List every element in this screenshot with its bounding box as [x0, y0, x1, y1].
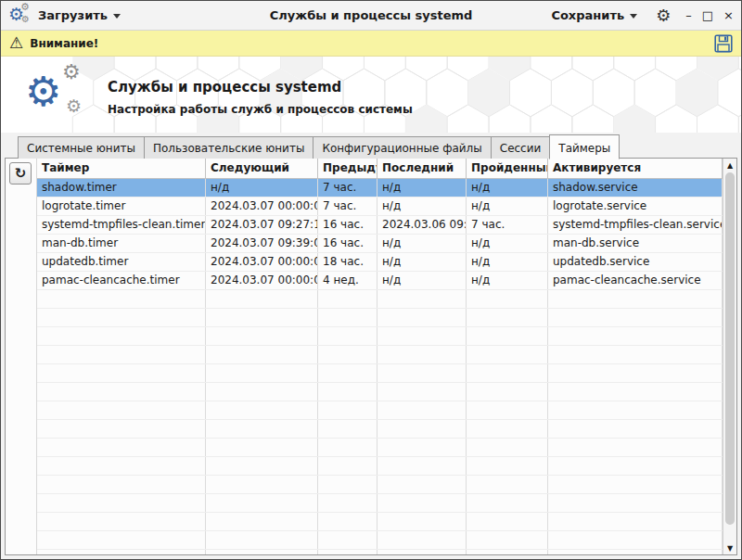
- table-cell-empty: [318, 309, 377, 326]
- titlebar: ⚙ ⚙ ⚙ Загрузить Службы и процессы system…: [1, 1, 741, 31]
- table-empty-row: [37, 476, 723, 494]
- table-cell: 7 час.: [467, 216, 548, 234]
- table-cell-empty: [548, 364, 723, 382]
- gear-icon: ⚙: [25, 71, 61, 112]
- table-empty-row: [37, 327, 723, 346]
- gear-icon: ⚙: [20, 2, 30, 12]
- scroll-down-arrow-icon[interactable]: ▼: [723, 541, 736, 554]
- table-cell-empty: [206, 494, 318, 512]
- close-button[interactable]: ×: [723, 9, 734, 21]
- column-header-activates[interactable]: Активируется: [548, 159, 723, 178]
- table-row[interactable]: systemd-tmpfiles-clean.timer2024.03.07 0…: [37, 216, 723, 235]
- app-logo: ⚙ ⚙ ⚙: [25, 60, 97, 129]
- column-header-timer[interactable]: Таймер: [37, 159, 206, 178]
- table-cell: н/д: [467, 253, 548, 271]
- table-cell-empty: [37, 420, 206, 438]
- table-cell-empty: [318, 290, 377, 308]
- column-header-previous[interactable]: Предыдущий: [318, 159, 377, 178]
- chevron-down-icon: [113, 14, 121, 19]
- column-header-next[interactable]: Следующий: [206, 159, 318, 178]
- table-cell-empty: [206, 327, 318, 345]
- tab-system-units[interactable]: Системные юниты: [18, 136, 145, 159]
- table-row[interactable]: logrotate.timer2024.03.07 00:00:007 час.…: [37, 197, 723, 216]
- tab-sessions[interactable]: Сессии: [491, 136, 551, 159]
- table-cell: 2024.03.07 09:27:19: [206, 216, 318, 234]
- table-cell-empty: [467, 290, 548, 308]
- table-cell-empty: [377, 476, 467, 493]
- table-empty-row: [37, 494, 723, 513]
- table-cell-empty: [467, 439, 548, 456]
- refresh-button[interactable]: ↻: [9, 162, 32, 185]
- table-row[interactable]: pamac-cleancache.timer2024.03.07 00:00:0…: [37, 272, 723, 290]
- table-cell: 2024.03.06 09:27:19: [377, 216, 467, 234]
- table-cell-empty: [467, 420, 548, 438]
- table-cell-empty: [548, 550, 723, 554]
- minimize-button[interactable]: –: [685, 9, 692, 21]
- vertical-scrollbar[interactable]: ▲ ▼: [723, 159, 736, 554]
- load-button[interactable]: Загрузить: [32, 5, 126, 26]
- table-cell-empty: [467, 494, 548, 512]
- hero-header: ⚙ ⚙ ⚙ Службы и процессы systemd Настройк…: [1, 57, 741, 133]
- table-cell-empty: [377, 531, 467, 549]
- table-cell: н/д: [377, 253, 467, 271]
- table-cell-empty: [37, 327, 206, 345]
- table-cell-empty: [467, 513, 548, 530]
- column-header-elapsed[interactable]: Пройденный: [467, 159, 548, 178]
- table-cell-empty: [548, 309, 723, 326]
- tab-bar: Системные юниты Пользовательские юниты К…: [5, 134, 737, 159]
- table-cell: н/д: [377, 272, 467, 289]
- table-cell: man-db.service: [548, 235, 723, 252]
- table-cell-empty: [318, 420, 377, 438]
- table-cell-empty: [318, 383, 377, 401]
- window-title: Службы и процессы systemd: [140, 8, 602, 22]
- table-cell: 2024.03.07 00:00:00: [206, 253, 318, 271]
- table-cell: н/д: [377, 235, 467, 252]
- table-cell-empty: [37, 309, 206, 326]
- table-cell: shadow.service: [548, 179, 723, 197]
- table-cell-empty: [37, 290, 206, 308]
- table-cell: systemd-tmpfiles-clean.timer: [37, 216, 206, 234]
- table-cell: 2024.03.07 00:00:00: [206, 272, 318, 289]
- table-cell: н/д: [206, 179, 318, 197]
- table-cell: 7 час.: [318, 197, 377, 215]
- scrollbar-thumb[interactable]: [725, 172, 735, 525]
- table-cell-empty: [548, 439, 723, 456]
- page-title: Службы и процессы systemd: [108, 79, 341, 95]
- settings-gear-icon[interactable]: ⚙: [656, 7, 671, 24]
- table-cell-empty: [318, 457, 377, 475]
- table-row[interactable]: shadow.timerн/д7 час.н/дн/дshadow.servic…: [37, 179, 723, 197]
- table-cell-empty: [377, 401, 467, 419]
- table-cell-empty: [318, 401, 377, 419]
- table-cell-empty: [37, 439, 206, 456]
- table-cell-empty: [206, 401, 318, 419]
- table-cell-empty: [37, 476, 206, 493]
- scroll-up-arrow-icon[interactable]: ▲: [723, 159, 736, 172]
- save-button[interactable]: Сохранить: [545, 5, 643, 26]
- table-cell-empty: [318, 439, 377, 456]
- table-cell-empty: [377, 346, 467, 363]
- table-empty-row: [37, 531, 723, 550]
- content-panel: ↻ Таймер Следующий Предыдущий Последний …: [5, 158, 737, 555]
- save-file-icon[interactable]: [714, 34, 733, 53]
- table-cell-empty: [548, 290, 723, 308]
- table-cell-empty: [377, 494, 467, 512]
- gear-icon: ⚙: [21, 15, 30, 24]
- table-cell-empty: [318, 550, 377, 554]
- maximize-button[interactable]: □: [702, 9, 713, 21]
- tab-config-files[interactable]: Конфигурационные файлы: [313, 136, 491, 159]
- table-cell-empty: [377, 364, 467, 382]
- table-row[interactable]: updatedb.timer2024.03.07 00:00:0018 час.…: [37, 253, 723, 272]
- table-cell-empty: [467, 550, 548, 554]
- tab-timers[interactable]: Таймеры: [549, 134, 620, 159]
- table-cell-empty: [467, 401, 548, 419]
- tab-user-units[interactable]: Пользовательские юниты: [144, 136, 313, 159]
- chevron-down-icon: [630, 14, 637, 19]
- warning-icon: ⚠: [9, 35, 23, 51]
- table-row[interactable]: man-db.timer2024.03.07 09:39:0016 час.н/…: [37, 235, 723, 253]
- table-cell: shadow.timer: [37, 179, 206, 197]
- column-header-last[interactable]: Последний: [377, 159, 467, 178]
- table-cell: logrotate.timer: [37, 197, 206, 215]
- table-cell-empty: [37, 364, 206, 382]
- table-cell-empty: [548, 327, 723, 345]
- table-cell-empty: [37, 383, 206, 401]
